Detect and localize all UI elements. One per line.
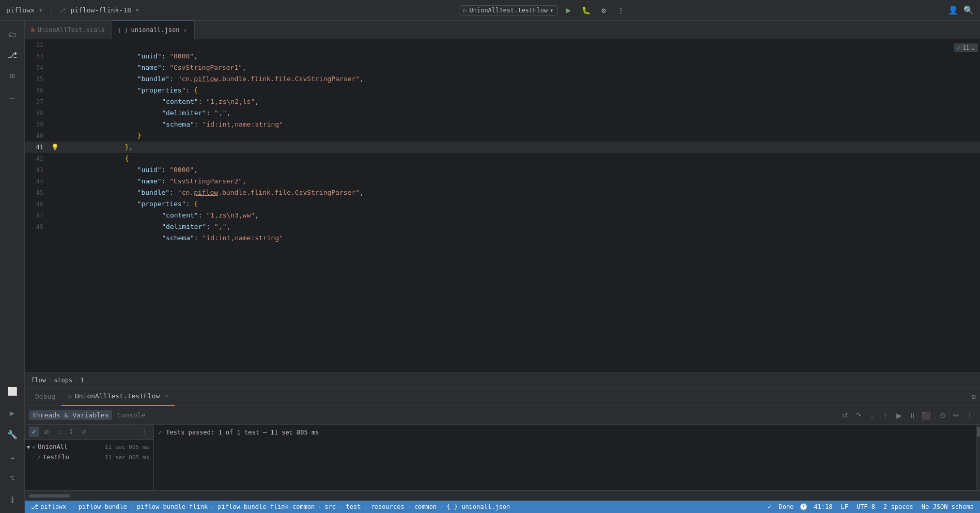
- project-name[interactable]: piflowx: [6, 6, 35, 14]
- toolbar-pause-btn[interactable]: ⏸: [906, 409, 919, 422]
- line-num-34: 34: [25, 62, 50, 73]
- status-line-ending[interactable]: LF: [838, 503, 850, 510]
- toolbar-restart-btn[interactable]: ↺: [839, 409, 851, 422]
- editor-area: ◎ UnionAllTest.scala { } unionall.json ✕…: [25, 21, 980, 513]
- gutter-41: 💡: [50, 142, 60, 153]
- more-button[interactable]: ⋮: [614, 3, 628, 18]
- status-sep-8: ›: [440, 503, 443, 510]
- settings-button[interactable]: ⚙: [596, 3, 611, 18]
- filter-sort-duration[interactable]: ↕: [54, 427, 64, 437]
- test-list: ▼ ✓ UnionAll 11 sec 805 ms ✓ testFlo 11 …: [25, 440, 153, 490]
- status-indent[interactable]: 2 spaces: [881, 503, 915, 510]
- suite-expand-arrow[interactable]: ▼: [27, 444, 30, 450]
- code-editor[interactable]: ✓ 11 ⌄ 32 "uuid": "0000", 33: [25, 39, 980, 372]
- sidebar-icon-terminal[interactable]: ⬜: [3, 382, 22, 400]
- status-breadcrumb-file[interactable]: { } unionall.json: [446, 503, 510, 510]
- line-num-32: 32: [25, 39, 50, 51]
- code-content: 32 "uuid": "0000", 33 "name": "CsvString…: [25, 39, 980, 372]
- toolbar-bookmarks-btn[interactable]: ⊙: [937, 409, 949, 422]
- code-line-35: 35 "properties": {: [25, 73, 980, 85]
- status-breadcrumb-common[interactable]: piflow-bundle-flink-common: [217, 503, 315, 510]
- run-config[interactable]: ▷ UnionAllTest.testFlow ▾: [459, 5, 558, 15]
- tab-unionalltest-scala[interactable]: ◎ UnionAllTest.scala: [25, 21, 112, 39]
- line-num-48: 48: [25, 221, 50, 232]
- code-line-37: 37 "delimiter": ",",: [25, 96, 980, 107]
- toolbar-stop-btn[interactable]: ⬛: [920, 409, 932, 422]
- debug-bottom-bar: [25, 490, 980, 501]
- toolbar-more-btn[interactable]: ⋮: [963, 409, 976, 422]
- json-file-icon: { }: [118, 27, 128, 34]
- tab-close-json[interactable]: ✕: [182, 27, 188, 33]
- filter-restart[interactable]: ↺: [79, 427, 89, 437]
- sidebar-icon-info[interactable]: ℹ: [3, 490, 22, 509]
- title-bar: piflowx ▾ | ⎇ piflow-flink-18 ▾ ▷ UnionA…: [0, 0, 980, 21]
- sidebar-icon-more[interactable]: …: [3, 87, 22, 105]
- status-right: ✓ Done 🕐 41:18 LF UTF-8 2 spaces No JSON…: [768, 503, 976, 510]
- breadcrumb-part-1[interactable]: 1: [81, 377, 84, 384]
- sidebar-icon-structure[interactable]: ⊞: [3, 66, 22, 85]
- code-line-34: 34 "bundle": "cn.piflow.bundle.flink.fil…: [25, 62, 980, 73]
- status-breadcrumb-flink[interactable]: piflow-bundle-flink: [137, 503, 208, 510]
- debug-tab-testflow[interactable]: ▷ UnionAllTest.testFlow ✕: [61, 387, 175, 406]
- line-num-44: 44: [25, 176, 50, 187]
- status-breadcrumb-resources[interactable]: resources: [371, 503, 405, 510]
- debug-panel: Debug ▷ UnionAllTest.testFlow ✕ ⚙ Thread…: [25, 387, 980, 501]
- status-bar: ⎇ piflowx › piflow-bundle › piflow-bundl…: [25, 501, 980, 513]
- filter-show-passed[interactable]: ✓: [29, 427, 39, 437]
- test-suite-unionall[interactable]: ▼ ✓ UnionAll 11 sec 805 ms: [25, 442, 153, 452]
- filter-sort-alpha[interactable]: ↧: [66, 427, 76, 437]
- sidebar-icon-debug[interactable]: 🔧: [3, 425, 22, 444]
- toolbar-step-over-btn[interactable]: ↷: [852, 409, 865, 422]
- debug-panel-settings[interactable]: ⚙: [972, 393, 976, 401]
- sidebar-icon-git-bottom[interactable]: ⌥: [3, 469, 22, 487]
- test-method-testflow[interactable]: ✓ testFlo 11 sec 805 ms: [25, 452, 153, 462]
- debug-tab-debug[interactable]: Debug: [29, 387, 61, 406]
- line-num-33: 33: [25, 51, 50, 62]
- status-schema[interactable]: No JSON schema: [920, 503, 976, 510]
- toolbar-mute-btn[interactable]: ✏: [950, 409, 962, 422]
- line-num-41: 41: [25, 142, 50, 153]
- code-line-45: 45 "properties": {: [25, 187, 980, 198]
- sidebar-icon-git[interactable]: ⎇: [3, 45, 22, 64]
- branch-chevron[interactable]: ▾: [135, 6, 139, 14]
- filter-show-ignored[interactable]: ⊘: [41, 427, 52, 437]
- debug-button[interactable]: 🐛: [579, 3, 593, 18]
- toolbar-step-out-btn[interactable]: ↑: [879, 409, 892, 422]
- filter-more[interactable]: ⋮: [139, 427, 149, 437]
- tab-unionall-json[interactable]: { } unionall.json ✕: [112, 21, 195, 39]
- breadcrumb-part-stops[interactable]: stops: [54, 377, 72, 384]
- lightbulb-icon[interactable]: 💡: [51, 142, 59, 153]
- status-clock-icon: 🕐: [800, 503, 807, 510]
- status-position[interactable]: 41:18: [812, 503, 834, 510]
- sidebar-icon-run[interactable]: ▶: [3, 403, 22, 422]
- horizontal-scrollbar[interactable]: [29, 494, 70, 498]
- sidebar-icon-folder[interactable]: 🗂: [3, 25, 22, 43]
- status-breadcrumb-test[interactable]: test: [346, 503, 361, 510]
- status-branch[interactable]: ⎇ piflowx: [29, 503, 69, 510]
- toolbar-resume-btn[interactable]: ▶: [893, 409, 905, 422]
- project-chevron[interactable]: ▾: [39, 6, 43, 14]
- line-num-38: 38: [25, 107, 50, 119]
- method-name: testFlo: [43, 454, 69, 461]
- code-line-41: 41 💡 {: [25, 142, 980, 153]
- breadcrumb-sep-1: ›: [48, 377, 52, 384]
- toolbar-step-into-btn[interactable]: ↓: [866, 409, 878, 422]
- title-bar-left: piflowx ▾ | ⎇ piflow-flink-18 ▾: [6, 6, 139, 14]
- account-icon[interactable]: 👤: [948, 5, 958, 15]
- status-sep-3: ›: [211, 503, 214, 510]
- branch-name[interactable]: piflow-flink-18: [70, 6, 131, 14]
- status-encoding[interactable]: UTF-8: [854, 503, 877, 510]
- run-button[interactable]: ▶: [561, 3, 575, 18]
- status-breadcrumb-common2[interactable]: common: [414, 503, 437, 510]
- status-breadcrumb-piflow-bundle[interactable]: piflow-bundle: [79, 503, 127, 510]
- threads-variables-btn[interactable]: Threads & Variables: [29, 410, 112, 420]
- breadcrumb-part-flow[interactable]: flow: [31, 377, 46, 384]
- console-btn[interactable]: Console: [114, 410, 149, 420]
- search-icon[interactable]: 🔍: [963, 5, 974, 15]
- sidebar-icon-services[interactable]: ☁: [3, 447, 22, 465]
- status-done[interactable]: Done: [776, 503, 796, 510]
- status-breadcrumb-src[interactable]: src: [325, 503, 336, 510]
- code-line-32: 32 "uuid": "0000",: [25, 39, 980, 51]
- breadcrumb-sep-2: ›: [74, 377, 78, 384]
- debug-tab-close[interactable]: ✕: [165, 393, 168, 399]
